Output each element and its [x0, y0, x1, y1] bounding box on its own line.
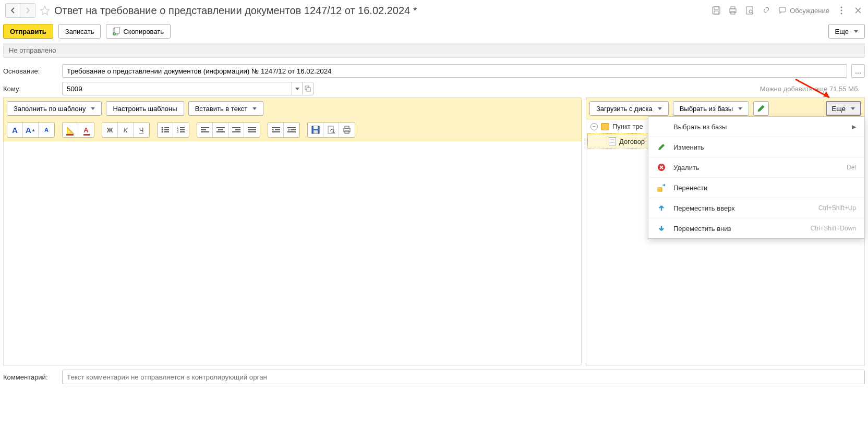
font-style-group: Ж К Ч	[102, 122, 150, 138]
select-base-button[interactable]: Выбрать из базы	[673, 101, 749, 116]
svg-text:3: 3	[177, 130, 179, 133]
italic-button[interactable]: К	[118, 123, 134, 137]
svg-rect-60	[658, 188, 662, 191]
editor-toolbar: Заполнить по шаблону Настроить шаблоны В…	[3, 97, 582, 141]
bold-button[interactable]: Ж	[102, 123, 118, 137]
align-left-button[interactable]	[197, 123, 213, 137]
recipient-dropdown-button[interactable]	[292, 82, 302, 95]
nav-back-button[interactable]	[6, 4, 20, 17]
svg-rect-1	[714, 7, 718, 9]
nav-forward-button[interactable]	[20, 4, 35, 17]
menu-select-base[interactable]: Выбрать из базы ▶	[648, 117, 864, 137]
align-justify-icon	[248, 127, 256, 133]
attachments-more-button[interactable]: Еще	[826, 101, 861, 116]
link-icon[interactable]	[762, 6, 771, 15]
svg-rect-9	[779, 7, 786, 12]
printer-icon	[343, 126, 351, 134]
fill-template-button[interactable]: Заполнить по шаблону	[7, 101, 102, 116]
highlight-color-button[interactable]: 📐	[63, 123, 78, 137]
outdent-button[interactable]	[268, 123, 284, 137]
underline-button[interactable]: Ч	[134, 123, 149, 137]
configure-templates-button[interactable]: Настроить шаблоны	[106, 101, 184, 116]
delete-x-icon	[657, 163, 666, 172]
find-button[interactable]	[323, 123, 339, 137]
load-disk-button[interactable]: Загрузить с диска	[589, 101, 669, 116]
align-left-icon	[201, 127, 209, 133]
font-size-group: A A▲ A	[7, 122, 55, 138]
menu-edit[interactable]: Изменить	[648, 137, 864, 157]
page-search-icon	[327, 126, 335, 134]
svg-point-11	[841, 10, 842, 11]
save-editor-button[interactable]	[308, 123, 323, 137]
menu-delete-shortcut: Del	[847, 164, 856, 171]
bullet-list-icon	[161, 126, 170, 133]
editor-textarea[interactable]	[3, 141, 582, 365]
menu-move[interactable]: Перенести	[648, 178, 864, 198]
print-editor-button[interactable]	[339, 123, 355, 137]
action-bar: Отправить Записать Скопировать Еще	[0, 21, 868, 42]
svg-point-18	[161, 127, 163, 129]
recipient-label: Кому:	[3, 85, 58, 93]
basis-label: Основание:	[3, 67, 58, 75]
basis-input[interactable]	[62, 64, 847, 78]
main-columns: Заполнить по шаблону Настроить шаблоны В…	[0, 97, 868, 365]
recipient-input[interactable]	[62, 82, 292, 95]
menu-delete[interactable]: Удалить Del	[648, 157, 864, 178]
discuss-label: Обсуждение	[790, 7, 829, 15]
basis-row: Основание: …	[0, 62, 868, 80]
copy-button[interactable]: Скопировать	[106, 24, 171, 39]
header-icons: Обсуждение	[712, 6, 863, 15]
font-large-button[interactable]: A▲	[23, 123, 39, 137]
page-title: Ответ на требование о представлении доку…	[54, 5, 707, 17]
external-icon	[305, 85, 311, 92]
folder-icon	[601, 123, 609, 130]
font-color-button[interactable]: A	[78, 123, 94, 137]
kebab-menu-icon[interactable]	[837, 6, 846, 15]
svg-point-22	[161, 131, 163, 133]
chat-icon	[778, 6, 788, 15]
indent-button[interactable]	[284, 123, 299, 137]
pencil-icon	[757, 104, 765, 113]
favorite-star-icon[interactable]	[40, 5, 50, 16]
discuss-button[interactable]: Обсуждение	[778, 6, 829, 15]
collapse-icon[interactable]: −	[590, 123, 598, 130]
move-icon	[657, 184, 666, 192]
numbered-list-icon: 123	[177, 126, 185, 133]
right-panel: Загрузить с диска Выбрать из базы Еще − …	[586, 97, 865, 365]
context-menu: Выбрать из базы ▶ Изменить Удалить Del П…	[648, 116, 865, 239]
align-right-icon	[232, 127, 240, 133]
basis-ellipsis-button[interactable]: …	[851, 64, 865, 78]
more-button[interactable]: Еще	[828, 24, 865, 39]
indent-icon	[287, 127, 296, 133]
close-icon[interactable]	[853, 6, 863, 15]
edit-attachment-button[interactable]	[753, 101, 769, 116]
blank-icon	[657, 122, 666, 131]
recipient-row: Кому: Можно добавить еще 71,55 Мб.	[0, 80, 868, 97]
pencil-icon	[657, 143, 666, 151]
arrow-up-icon	[658, 204, 665, 212]
insert-text-button[interactable]: Вставить в текст	[188, 101, 264, 116]
align-group	[197, 122, 260, 138]
print-icon[interactable]	[728, 6, 738, 15]
comment-label: Комментарий:	[3, 373, 58, 381]
align-center-button[interactable]	[213, 123, 228, 137]
menu-move-down[interactable]: Переместить вниз Ctrl+Shift+Down	[648, 218, 864, 238]
save-button[interactable]: Записать	[58, 24, 101, 39]
preview-icon[interactable]	[745, 6, 754, 15]
align-right-button[interactable]	[228, 123, 244, 137]
header-bar: Ответ на требование о представлении доку…	[0, 0, 868, 21]
comment-input[interactable]	[62, 370, 865, 384]
numbered-list-button[interactable]: 123	[173, 123, 189, 137]
font-normal-button[interactable]: A	[7, 123, 23, 137]
font-small-button[interactable]: A	[39, 123, 54, 137]
document-icon	[609, 137, 616, 145]
svg-rect-0	[713, 7, 720, 14]
comment-row: Комментарий:	[0, 365, 868, 388]
tree-child-label: Договор	[619, 138, 645, 145]
save-disk-icon[interactable]	[712, 6, 721, 15]
bullet-list-button[interactable]	[158, 123, 173, 137]
recipient-open-button[interactable]	[302, 82, 314, 95]
align-justify-button[interactable]	[244, 123, 260, 137]
send-button[interactable]: Отправить	[3, 24, 53, 39]
menu-move-up[interactable]: Переместить вверх Ctrl+Shift+Up	[648, 198, 864, 218]
